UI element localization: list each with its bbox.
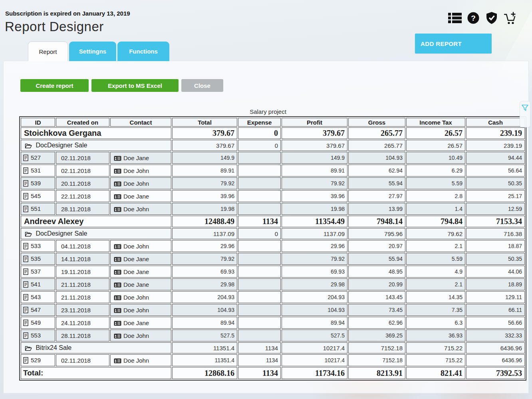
cell-contact[interactable]: Doe John	[110, 177, 171, 189]
cell-document-id[interactable]: 527	[21, 152, 55, 164]
document-icon	[23, 268, 29, 275]
contact-card-icon	[114, 295, 121, 300]
cell-contact[interactable]: Doe Jane	[110, 253, 171, 265]
cell-contact[interactable]: Doe John	[110, 165, 171, 177]
add-report-button[interactable]: ADD REPORT	[415, 34, 492, 54]
cell-contact[interactable]: Doe John	[110, 203, 171, 215]
detail-row[interactable]: 53719.11.2018Doe Jane69.9369.9348.954.94…	[21, 266, 525, 278]
cell-contact[interactable]: Doe John	[110, 354, 171, 366]
cell-document-id[interactable]: 549	[21, 317, 55, 329]
cell-contact[interactable]: Doe John	[110, 330, 171, 341]
tab-functions[interactable]: Functions	[117, 42, 169, 61]
cell-contact[interactable]: Doe John	[110, 291, 171, 303]
group-total-profit: 379.67	[282, 127, 347, 139]
open-folder-icon	[25, 231, 32, 237]
cell-document-id[interactable]: 535	[21, 253, 55, 265]
contact-card-icon	[114, 156, 121, 161]
cell-cash: 94.44	[466, 152, 525, 164]
detail-row[interactable]: 54522.11.2018Doe Jane39.9639.9627.972.82…	[21, 190, 525, 202]
cell-income-tax: 1.4	[406, 203, 465, 215]
contact-card-icon	[114, 358, 121, 363]
detail-row[interactable]: 53304.11.2018Doe John29.9629.9620.972.11…	[21, 240, 525, 252]
detail-row[interactable]: 54924.11.2018Doe Jane89.9489.9462.966.35…	[21, 317, 525, 329]
cell-created-on: 24.11.2018	[56, 317, 109, 329]
section-total-total: 379.67	[172, 140, 237, 151]
cell-contact[interactable]: Doe John	[110, 304, 171, 316]
cell-gross: 20.97	[348, 240, 405, 252]
list-icon[interactable]	[448, 11, 462, 25]
cell-contact[interactable]: Doe Jane	[110, 266, 171, 278]
column-header-profit: Profit	[282, 118, 347, 127]
shield-check-icon[interactable]	[485, 11, 498, 25]
contact-card-icon	[114, 207, 121, 212]
section-total-gross: 265.77	[348, 140, 405, 151]
cell-total: 29.98	[172, 278, 237, 290]
cell-document-id[interactable]: 529	[21, 354, 55, 366]
cart-plus-icon[interactable]	[503, 11, 517, 25]
cell-document-id[interactable]: 533	[21, 240, 55, 252]
cell-document-id[interactable]: 553	[21, 330, 55, 341]
tab-settings[interactable]: Settingns	[69, 42, 116, 61]
cell-income-tax: 715.22	[406, 354, 465, 366]
detail-row[interactable]: 54723.11.2018Doe John104.93104.9373.457.…	[21, 304, 525, 316]
cell-document-id[interactable]: 547	[21, 304, 55, 316]
section-total-cash: 239.19	[466, 140, 525, 151]
detail-row[interactable]: 55128.11.2018Doe John19.9819.9813.991.41…	[21, 203, 525, 215]
detail-row[interactable]: 53514.11.2018Doe Jane79.9279.9255.945.59…	[21, 253, 525, 265]
cell-document-id[interactable]: 543	[21, 291, 55, 303]
grand-total-expense: 1134	[238, 367, 281, 379]
group-total-cash: 7153.34	[466, 216, 525, 227]
contact-card-icon	[114, 333, 121, 339]
cell-profit: 204.93	[282, 291, 347, 303]
cell-income-tax: 2.8	[406, 190, 465, 202]
detail-row[interactable]: 54121.11.2018Doe Jane29.9829.9820.992.11…	[21, 278, 525, 290]
document-icon	[23, 180, 29, 187]
detail-row[interactable]: 55328.11.2018Doe John527.5527.5369.2536.…	[21, 330, 525, 341]
column-header-id: ID	[21, 118, 55, 127]
cell-income-tax: 5.59	[406, 177, 465, 189]
group-total-expense: 0	[238, 127, 281, 139]
cell-contact[interactable]: Doe Jane	[110, 190, 171, 202]
cell-expense	[238, 304, 281, 316]
cell-document-id[interactable]: 551	[21, 203, 55, 215]
detail-row[interactable]: 53920.11.2018Doe John79.9279.9255.945.59…	[21, 177, 525, 189]
cell-income-tax: 2.1	[406, 278, 465, 290]
cell-document-id[interactable]: 545	[21, 190, 55, 202]
cell-created-on: 23.11.2018	[56, 304, 109, 316]
tab-report[interactable]: Report	[28, 42, 68, 61]
cell-contact[interactable]: Doe Jane	[110, 278, 171, 290]
cell-cash: 332.33	[466, 330, 525, 341]
cell-profit: 29.96	[282, 240, 347, 252]
contact-card-icon	[114, 194, 121, 199]
detail-row[interactable]: 54321.11.2018Doe John204.93204.93143.451…	[21, 291, 525, 303]
group-total-expense: 1134	[238, 216, 281, 227]
section-total-income-tax: 79.62	[406, 228, 465, 239]
cell-contact[interactable]: Doe Jane	[110, 317, 171, 329]
cell-expense	[238, 203, 281, 215]
cell-profit: 79.92	[282, 177, 347, 189]
cell-expense	[238, 253, 281, 265]
cell-document-id[interactable]: 537	[21, 266, 55, 278]
detail-row[interactable]: 53102.11.2018Doe John89.9189.9162.946.29…	[21, 165, 525, 177]
export-excel-button[interactable]: Export to MS Excel	[91, 79, 179, 92]
filter-button[interactable]	[520, 101, 530, 127]
cell-total: 11351.4	[172, 354, 237, 366]
cell-document-id[interactable]: 539	[21, 177, 55, 189]
contact-card-icon	[114, 308, 121, 313]
section-total-gross: 7152.18	[348, 342, 405, 353]
cell-document-id[interactable]: 541	[21, 278, 55, 290]
help-icon[interactable]: ?	[466, 11, 480, 25]
cell-profit: 19.98	[282, 203, 347, 215]
cell-document-id[interactable]: 531	[21, 165, 55, 177]
cell-total: 39.96	[172, 190, 237, 202]
create-report-button[interactable]: Create report	[20, 79, 89, 92]
section-name: DocDesigner Sale	[21, 228, 171, 239]
cell-profit: 69.93	[282, 266, 347, 278]
cell-contact[interactable]: Doe John	[110, 240, 171, 252]
cell-contact[interactable]: Doe Jane	[110, 152, 171, 164]
close-button[interactable]: Close	[181, 79, 223, 92]
document-icon	[23, 256, 29, 262]
detail-row[interactable]: 52902.11.2018Doe John11351.4113410217.47…	[21, 354, 525, 366]
cell-cash: 50.35	[466, 177, 525, 189]
detail-row[interactable]: 52702.11.2018Doe Jane149.9149.9104.9310.…	[21, 152, 525, 164]
